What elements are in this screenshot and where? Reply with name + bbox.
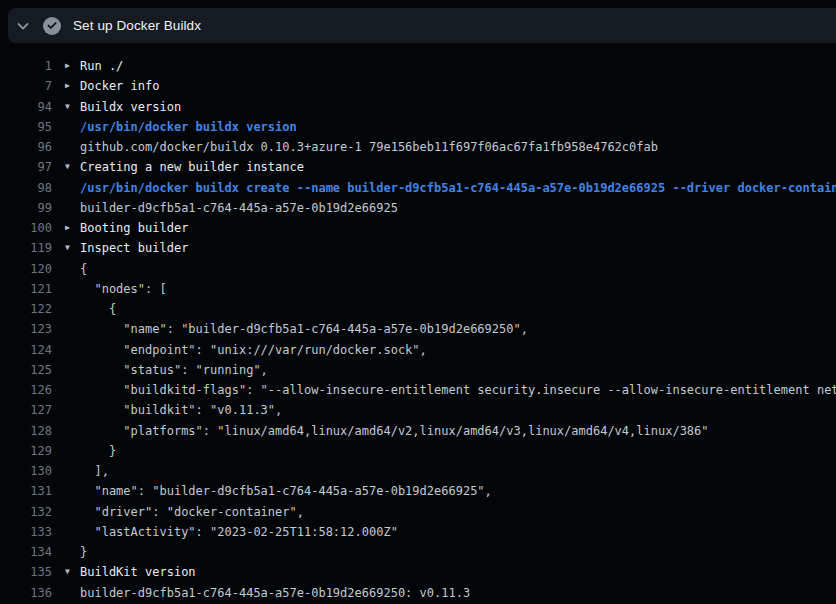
log-group-row[interactable]: 97▼Creating a new builder instance xyxy=(0,157,836,177)
log-text: "driver": "docker-container", xyxy=(80,502,836,522)
step-title: Set up Docker Buildx xyxy=(73,18,201,33)
line-number[interactable]: 99 xyxy=(0,198,52,218)
line-number[interactable]: 130 xyxy=(0,461,52,481)
line-number[interactable]: 96 xyxy=(0,137,52,157)
log-text: builder-d9cfb5a1-c764-445a-a57e-0b19d2e6… xyxy=(80,583,836,603)
log-text: /usr/bin/docker buildx version xyxy=(80,117,836,137)
line-number[interactable]: 94 xyxy=(0,97,52,117)
log-text: } xyxy=(80,542,836,562)
line-number[interactable]: 123 xyxy=(0,319,52,339)
line-number[interactable]: 128 xyxy=(0,421,52,441)
log-text: Inspect builder xyxy=(80,238,836,258)
line-number[interactable]: 129 xyxy=(0,441,52,461)
line-number[interactable]: 121 xyxy=(0,279,52,299)
line-number[interactable]: 134 xyxy=(0,542,52,562)
line-number[interactable]: 7 xyxy=(0,76,52,96)
line-number[interactable]: 133 xyxy=(0,522,52,542)
triangle-right-icon: ▶ xyxy=(52,218,80,238)
line-number[interactable]: 1 xyxy=(0,56,52,76)
log-row: 136builder-d9cfb5a1-c764-445a-a57e-0b19d… xyxy=(0,583,836,603)
log-text: ], xyxy=(80,461,836,481)
log-row: 129 } xyxy=(0,441,836,461)
log-row: 122 { xyxy=(0,299,836,319)
line-number[interactable]: 131 xyxy=(0,481,52,501)
log-text: Booting builder xyxy=(80,218,836,238)
line-number[interactable]: 126 xyxy=(0,380,52,400)
log-text: { xyxy=(80,259,836,279)
log-row: 131 "name": "builder-d9cfb5a1-c764-445a-… xyxy=(0,481,836,501)
triangle-down-icon: ▼ xyxy=(52,562,80,582)
log-row: 126 "buildkitd-flags": "--allow-insecure… xyxy=(0,380,836,400)
log-text: "platforms": "linux/amd64,linux/amd64/v2… xyxy=(80,421,836,441)
log-group-row[interactable]: 1▶Run ./ xyxy=(0,56,836,76)
log-text: github.com/docker/buildx 0.10.3+azure-1 … xyxy=(80,137,836,157)
line-number[interactable]: 98 xyxy=(0,178,52,198)
log-row: 95/usr/bin/docker buildx version xyxy=(0,117,836,137)
triangle-down-icon: ▼ xyxy=(52,238,80,258)
log-row: 132 "driver": "docker-container", xyxy=(0,502,836,522)
log-text: BuildKit version xyxy=(80,562,836,582)
line-number[interactable]: 122 xyxy=(0,299,52,319)
log-row: 134} xyxy=(0,542,836,562)
line-number[interactable]: 97 xyxy=(0,157,52,177)
line-number[interactable]: 136 xyxy=(0,583,52,603)
log-group-row[interactable]: 94▼Buildx version xyxy=(0,97,836,117)
check-circle-icon xyxy=(43,17,61,35)
log-row: 120{ xyxy=(0,259,836,279)
triangle-right-icon: ▶ xyxy=(52,56,80,76)
log-text: "name": "builder-d9cfb5a1-c764-445a-a57e… xyxy=(80,319,836,339)
log-text: } xyxy=(80,441,836,461)
triangle-right-icon: ▶ xyxy=(52,76,80,96)
line-number[interactable]: 100 xyxy=(0,218,52,238)
line-number[interactable]: 127 xyxy=(0,400,52,420)
log-lines: 1▶Run ./7▶Docker info94▼Buildx version95… xyxy=(0,56,836,603)
log-row: 96github.com/docker/buildx 0.10.3+azure-… xyxy=(0,137,836,157)
log-text: /usr/bin/docker buildx create --name bui… xyxy=(80,178,836,198)
chevron-down-icon[interactable] xyxy=(15,18,31,34)
log-row: 130 ], xyxy=(0,461,836,481)
log-text: "buildkit": "v0.11.3", xyxy=(80,400,836,420)
triangle-down-icon: ▼ xyxy=(52,157,80,177)
step-header[interactable]: Set up Docker Buildx xyxy=(8,8,836,43)
log-group-row[interactable]: 7▶Docker info xyxy=(0,76,836,96)
log-row: 125 "status": "running", xyxy=(0,360,836,380)
log-text: "name": "builder-d9cfb5a1-c764-445a-a57e… xyxy=(80,481,836,501)
line-number[interactable]: 125 xyxy=(0,360,52,380)
log-text: "lastActivity": "2023-02-25T11:58:12.000… xyxy=(80,522,836,542)
line-number[interactable]: 124 xyxy=(0,340,52,360)
log-text: "status": "running", xyxy=(80,360,836,380)
log-text: Run ./ xyxy=(80,56,836,76)
line-number[interactable]: 135 xyxy=(0,562,52,582)
log-row: 123 "name": "builder-d9cfb5a1-c764-445a-… xyxy=(0,319,836,339)
line-number[interactable]: 132 xyxy=(0,502,52,522)
log-row: 98/usr/bin/docker buildx create --name b… xyxy=(0,178,836,198)
log-text: builder-d9cfb5a1-c764-445a-a57e-0b19d2e6… xyxy=(80,198,836,218)
log-row: 127 "buildkit": "v0.11.3", xyxy=(0,400,836,420)
line-number[interactable]: 119 xyxy=(0,238,52,258)
log-row: 121 "nodes": [ xyxy=(0,279,836,299)
line-number[interactable]: 120 xyxy=(0,259,52,279)
log-group-row[interactable]: 100▶Booting builder xyxy=(0,218,836,238)
log-row: 128 "platforms": "linux/amd64,linux/amd6… xyxy=(0,421,836,441)
log-row: 99builder-d9cfb5a1-c764-445a-a57e-0b19d2… xyxy=(0,198,836,218)
log-text: { xyxy=(80,299,836,319)
line-number[interactable]: 95 xyxy=(0,117,52,137)
log-group-row[interactable]: 135▼BuildKit version xyxy=(0,562,836,582)
log-text: Creating a new builder instance xyxy=(80,157,836,177)
log-row: 133 "lastActivity": "2023-02-25T11:58:12… xyxy=(0,522,836,542)
log-text: "nodes": [ xyxy=(80,279,836,299)
triangle-down-icon: ▼ xyxy=(52,97,80,117)
log-text: Docker info xyxy=(80,76,836,96)
log-text: Buildx version xyxy=(80,97,836,117)
log-row: 124 "endpoint": "unix:///var/run/docker.… xyxy=(0,340,836,360)
log-text: "buildkitd-flags": "--allow-insecure-ent… xyxy=(80,380,836,400)
log-group-row[interactable]: 119▼Inspect builder xyxy=(0,238,836,258)
log-text: "endpoint": "unix:///var/run/docker.sock… xyxy=(80,340,836,360)
